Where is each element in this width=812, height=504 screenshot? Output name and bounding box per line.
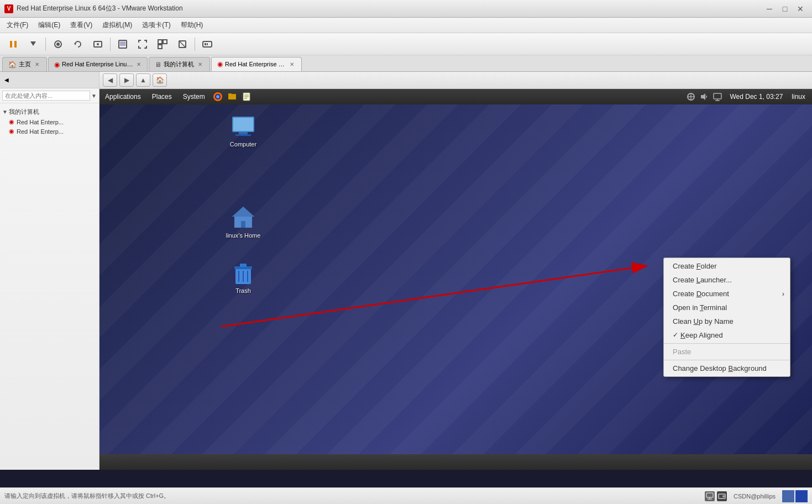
ctx-clean-up-label: Clean Up by Name	[673, 317, 734, 326]
network-status-icon	[687, 92, 695, 101]
audio-volume-icon	[700, 92, 709, 101]
status-hdd-icon	[718, 492, 726, 500]
sidebar-rhel2-label: Red Hat Enterp...	[17, 128, 64, 135]
ctx-create-folder[interactable]: Create Folder	[664, 259, 790, 273]
revert-snapshot[interactable]	[69, 36, 87, 53]
tab-rhel1-close[interactable]: ✕	[135, 61, 142, 69]
svg-rect-35	[233, 118, 253, 131]
menu-tabs[interactable]: 选项卡(T)	[138, 19, 175, 31]
ctx-create-folder-label: Create Folder	[673, 262, 717, 270]
sidebar-section-main: ▼ 我的计算机 ◉ Red Hat Enterp... ◉ Red Hat En…	[0, 106, 99, 137]
ctx-keep-aligned[interactable]: ✓ Keep Aligned	[664, 328, 790, 342]
menu-help[interactable]: 帮助(H)	[176, 19, 208, 31]
ctx-change-bg-label: Change Desktop Background	[673, 364, 767, 372]
ctx-clean-up[interactable]: Clean Up by Name	[664, 314, 790, 328]
unity-view[interactable]	[154, 36, 171, 53]
menu-vm[interactable]: 虚拟机(M)	[98, 19, 137, 31]
trash-icon-image	[230, 260, 256, 286]
applications-menu[interactable]: Applications	[99, 89, 146, 104]
close-button[interactable]: ✕	[793, 3, 808, 15]
normal-view[interactable]	[114, 36, 132, 53]
svg-rect-16	[205, 43, 206, 45]
snapshot-manager[interactable]	[89, 36, 107, 53]
network-icon[interactable]	[685, 91, 696, 102]
computer-icon-image	[230, 113, 256, 140]
ctx-paste-label: Paste	[673, 348, 691, 356]
display-icon[interactable]	[712, 91, 723, 102]
ctx-separator-1	[664, 343, 790, 344]
gnome-top-panel: Applications Places System	[99, 89, 812, 104]
ctx-create-launcher[interactable]: Create Launcher...	[664, 273, 790, 287]
sidebar-item-rhel2[interactable]: ◉ Red Hat Enterp...	[0, 127, 99, 136]
ctx-create-document[interactable]: Create Document ›	[664, 287, 790, 301]
svg-rect-36	[239, 132, 248, 134]
sidebar-search-input[interactable]	[2, 91, 90, 101]
tab-home-close[interactable]: ✕	[33, 61, 41, 69]
tab-my-computer-close[interactable]: ✕	[196, 61, 204, 69]
vm-desktop[interactable]: Applications Places System	[99, 89, 812, 470]
desktop-icon-home[interactable]: linux's Home	[221, 202, 265, 241]
system-menu[interactable]: System	[177, 89, 211, 104]
ctx-open-terminal[interactable]: Open in Terminal	[664, 301, 790, 314]
desktop-icon-trash[interactable]: Trash	[221, 258, 265, 296]
section-expand-icon: ▼	[2, 109, 8, 115]
svg-point-53	[722, 495, 725, 497]
tab-home[interactable]: 🏠 主页 ✕	[2, 57, 47, 71]
tab-my-computer[interactable]: 🖥 我的计算机 ✕	[149, 57, 210, 71]
svg-rect-22	[228, 93, 232, 95]
firefox-icon	[213, 92, 223, 102]
gnome-clock[interactable]: Wed Dec 1, 03:27	[725, 93, 787, 101]
nav-home[interactable]: 🏠	[153, 74, 167, 87]
window-title: Red Hat Enterprise Linux 6 64位3 - VMware…	[17, 4, 762, 13]
pause-dropdown[interactable]	[24, 36, 42, 53]
gnome-panel-right: Wed Dec 1, 03:27 linux	[685, 91, 812, 102]
panel-icon2[interactable]	[225, 89, 239, 104]
status-icon-network[interactable]	[705, 491, 715, 501]
svg-line-14	[179, 41, 186, 48]
svg-rect-11	[163, 40, 167, 44]
send-ctrlaltdel[interactable]	[198, 36, 216, 53]
desktop-icon-computer[interactable]: Computer	[221, 111, 265, 150]
tab-rhel1[interactable]: ◉ Red Hat Enterprise Linux 6 64 位... ✕	[48, 57, 148, 71]
ctx-keep-aligned-label: Keep Aligned	[680, 331, 723, 339]
window-controls: ─ □ ✕	[762, 3, 808, 15]
svg-rect-9	[120, 41, 125, 46]
home-icon-image	[230, 204, 256, 231]
sidebar-item-rhel1[interactable]: ◉ Red Hat Enterp...	[0, 117, 99, 127]
tab-rhel-active[interactable]: ◉ Red Hat Enterprise Linux 6 ... ✕	[211, 57, 302, 71]
svg-rect-37	[235, 134, 251, 136]
fullscreen-view[interactable]	[134, 36, 151, 53]
snapshot-button[interactable]	[49, 36, 67, 53]
sidebar-rhel1-label: Red Hat Enterp...	[17, 119, 64, 125]
volume-icon[interactable]	[699, 91, 710, 102]
tab-rhel-active-close[interactable]: ✕	[288, 60, 296, 68]
scale-view[interactable]	[174, 36, 191, 53]
pause-button[interactable]	[4, 36, 22, 53]
tab-bar: 🏠 主页 ✕ ◉ Red Hat Enterprise Linux 6 64 位…	[0, 55, 812, 72]
panel-firefox-icon[interactable]	[211, 89, 225, 104]
separator-1	[45, 38, 46, 51]
trash-svg	[230, 260, 256, 286]
menu-view[interactable]: 查看(V)	[66, 19, 97, 31]
nav-forward[interactable]: ▶	[119, 74, 134, 87]
maximize-button[interactable]: □	[778, 3, 792, 15]
status-network-icon	[706, 492, 714, 500]
sidebar-section-my-computer[interactable]: ▼ 我的计算机	[0, 107, 99, 117]
ctx-change-bg[interactable]: Change Desktop Background	[664, 361, 790, 375]
gnome-username[interactable]: linux	[789, 93, 808, 101]
panel-icon3[interactable]	[239, 89, 254, 104]
sidebar-content: ▼ 我的计算机 ◉ Red Hat Enterp... ◉ Red Hat En…	[0, 103, 99, 470]
nav-up[interactable]: ▲	[136, 74, 150, 87]
statusbar-text: 请输入定向到该虚拟机，请将鼠标指针移入其中或按 Ctrl+G。	[4, 492, 170, 500]
nav-back[interactable]: ◀	[103, 74, 117, 87]
status-icon-hdd[interactable]	[717, 491, 727, 501]
svg-point-4	[56, 43, 60, 46]
places-menu[interactable]: Places	[146, 89, 177, 104]
sidebar-collapse[interactable]: ◀	[4, 77, 9, 83]
home-svg	[230, 204, 256, 231]
menu-file[interactable]: 文件(F)	[2, 19, 33, 31]
sidebar-search-dropdown[interactable]: ▼	[91, 93, 97, 99]
menu-edit[interactable]: 编辑(E)	[34, 19, 65, 31]
tab-rhel-active-label: Red Hat Enterprise Linux 6 ...	[225, 61, 286, 67]
minimize-button[interactable]: ─	[762, 3, 777, 15]
